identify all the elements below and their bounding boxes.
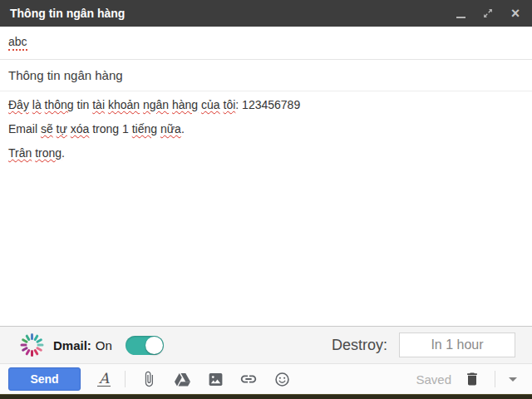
toggle-knob — [145, 337, 163, 354]
emoji-icon[interactable] — [273, 370, 291, 388]
body-paragraph: Đây là thông tin tài khoản ngân hàng của… — [8, 98, 524, 112]
misspelled-word: Trân — [8, 146, 32, 160]
misspelled-word: tôi — [224, 98, 236, 111]
toolbar-divider — [495, 371, 495, 387]
misspelled-word: trong — [35, 146, 62, 160]
window-title: Thông tin ngân hàng — [10, 7, 125, 20]
misspelled-word: hàng — [172, 98, 198, 111]
body-paragraph: Email sẽ tự xóa trong 1 tiếng nữa. — [8, 122, 524, 136]
close-icon[interactable]: × — [509, 7, 522, 20]
misspelled-word: của — [201, 98, 220, 111]
saved-status: Saved — [416, 372, 451, 387]
formatting-icon[interactable]: A — [97, 372, 111, 387]
minimize-icon[interactable] — [454, 7, 467, 20]
titlebar[interactable]: Thông tin ngân hàng × — [0, 0, 532, 27]
dmail-spinner-icon — [20, 333, 43, 357]
misspelled-word: tài — [92, 98, 105, 111]
message-body[interactable]: Đây là thông tin tài khoản ngân hàng của… — [0, 91, 532, 326]
misspelled-word: nữa — [160, 122, 181, 135]
drive-icon[interactable] — [173, 370, 191, 388]
dmail-status: On — [96, 338, 112, 352]
misspelled-word: xóa — [71, 122, 90, 135]
destroy-time-dropdown[interactable]: In 1 hour — [399, 332, 515, 357]
recipient-value[interactable]: abc — [8, 35, 27, 51]
background-strip — [0, 394, 532, 399]
trash-icon[interactable] — [463, 370, 481, 388]
subject-field[interactable]: Thông tin ngân hàng — [0, 60, 532, 91]
misspelled-word: thông — [45, 98, 74, 111]
expand-icon[interactable] — [481, 7, 495, 20]
destroy-label: Destroy: — [332, 337, 387, 354]
misspelled-word: ngân — [143, 98, 169, 111]
destroy-controls: Destroy: In 1 hour — [332, 332, 515, 357]
toolbar-right-cluster: Saved — [416, 370, 517, 388]
more-options-caret-icon[interactable] — [509, 377, 517, 382]
dmail-bar: Dmail: On Destroy: In 1 hour — [0, 326, 532, 363]
toolbar-divider — [125, 371, 126, 387]
compose-toolbar: Send A — [0, 363, 532, 394]
misspelled-word: sẽ — [41, 122, 53, 135]
subject-value: Thông tin ngân hàng — [8, 68, 123, 82]
body-paragraph: Trân trong. — [8, 146, 524, 160]
send-button[interactable]: Send — [8, 367, 81, 391]
misspelled-word: Đây — [8, 98, 29, 111]
recipient-field[interactable]: abc — [0, 27, 532, 60]
misspelled-word: là — [32, 98, 42, 111]
compose-window: Thông tin ngân hàng × abc Thông tin ngân… — [0, 0, 532, 399]
misspelled-word: khoản — [108, 98, 140, 111]
attach-file-icon[interactable] — [140, 370, 158, 388]
insert-link-icon[interactable] — [239, 370, 258, 388]
insert-photo-icon[interactable] — [206, 370, 224, 388]
dmail-label: Dmail: — [53, 338, 91, 352]
window-controls: × — [454, 7, 522, 20]
misspelled-word: tự — [57, 122, 67, 135]
misspelled-word: tiếng — [132, 122, 157, 135]
dmail-toggle[interactable] — [126, 336, 164, 355]
